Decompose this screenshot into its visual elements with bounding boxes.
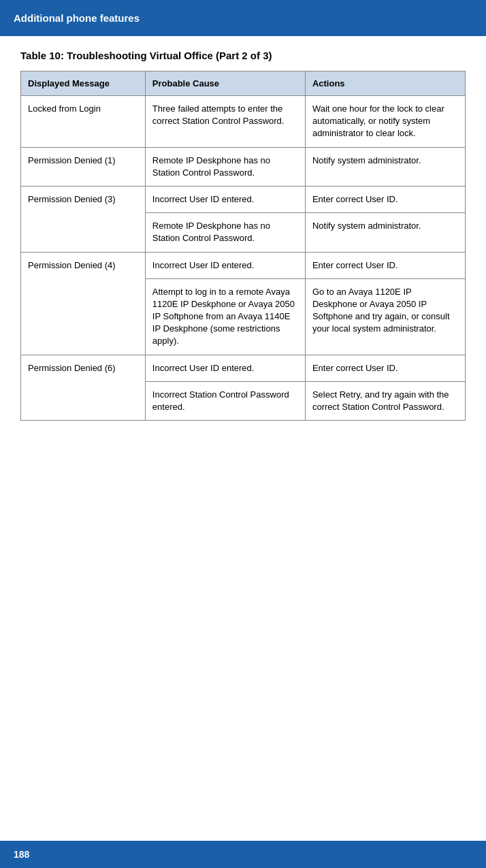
table-row: Permission Denied (4)Incorrect User ID e… [21, 252, 466, 278]
cell-displayed-message: Permission Denied (4) [21, 252, 146, 355]
cell-actions: Enter correct User ID. [305, 355, 465, 381]
cell-displayed-message: Permission Denied (3) [21, 186, 146, 252]
col-header-actions: Actions [305, 71, 465, 96]
cell-probable-cause: Incorrect Station Control Password enter… [145, 381, 305, 420]
cell-displayed-message: Permission Denied (1) [21, 147, 146, 186]
cell-displayed-message: Locked from Login [21, 96, 146, 148]
cell-probable-cause: Incorrect User ID entered. [145, 252, 305, 278]
cell-probable-cause: Remote IP Deskphone has no Station Contr… [145, 213, 305, 252]
table-row: Permission Denied (6)Incorrect User ID e… [21, 355, 466, 381]
cell-probable-cause: Incorrect User ID entered. [145, 186, 305, 212]
table-title: Table 10: Troubleshooting Virtual Office… [20, 50, 466, 61]
header-bar: Additional phone features [0, 0, 486, 36]
cell-probable-cause: Attempt to log in to a remote Avaya 1120… [145, 278, 305, 355]
footer-bar: 188 [0, 841, 486, 868]
header-title: Additional phone features [14, 12, 140, 24]
table-row: Locked from LoginThree failed attempts t… [21, 96, 466, 148]
cell-probable-cause: Incorrect User ID entered. [145, 355, 305, 381]
cell-actions: Enter correct User ID. [305, 186, 465, 212]
cell-displayed-message: Permission Denied (6) [21, 355, 146, 421]
table-row: Permission Denied (3)Incorrect User ID e… [21, 186, 466, 212]
col-header-probable-cause: Probable Cause [145, 71, 305, 96]
main-table: Displayed Message Probable Cause Actions… [20, 71, 466, 421]
cell-probable-cause: Three failed attempts to enter the corre… [145, 96, 305, 148]
cell-actions: Enter correct User ID. [305, 252, 465, 278]
cell-actions: Wait one hour for the lock to clear auto… [305, 96, 465, 148]
page-number: 188 [14, 849, 29, 860]
cell-actions: Select Retry, and try again with the cor… [305, 381, 465, 420]
cell-probable-cause: Remote IP Deskphone has no Station Contr… [145, 147, 305, 186]
col-header-displayed-message: Displayed Message [21, 71, 146, 96]
cell-actions: Go to an Avaya 1120E IP Deskphone or Ava… [305, 278, 465, 355]
cell-actions: Notify system administrator. [305, 147, 465, 186]
cell-actions: Notify system administrator. [305, 213, 465, 252]
table-row: Permission Denied (1)Remote IP Deskphone… [21, 147, 466, 186]
